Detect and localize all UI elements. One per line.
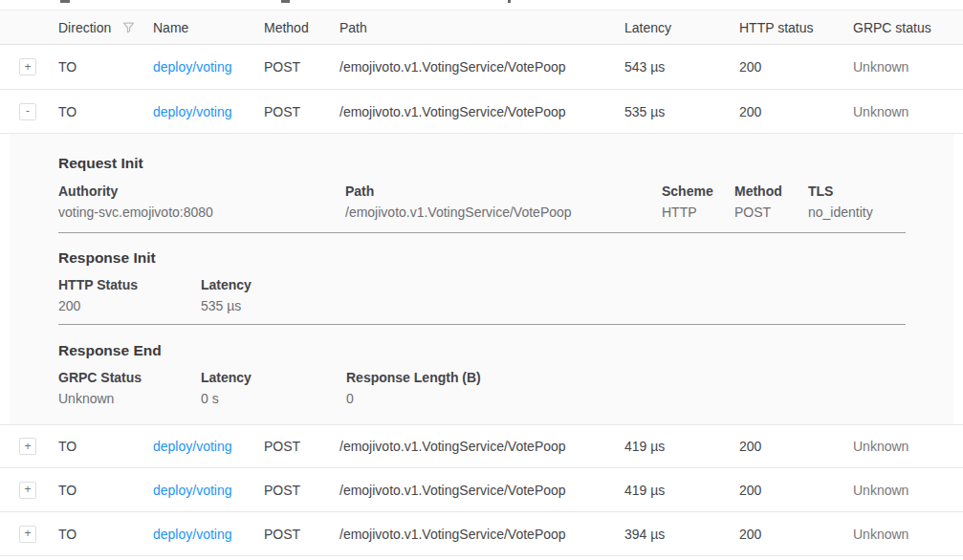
cell-method: POST <box>264 439 339 454</box>
collapse-row-button[interactable]: - <box>19 103 36 120</box>
detail-field-authority: Authority voting-svc.emojivoto:8080 <box>58 183 213 220</box>
cell-http-status: 200 <box>739 483 853 498</box>
cell-http-status: 200 <box>739 59 853 75</box>
cell-path: /emojivoto.v1.VotingService/VotePoop <box>339 527 624 542</box>
expand-row-button[interactable]: + <box>19 58 36 75</box>
field-value: 0 s <box>201 391 252 406</box>
detail-field-scheme: Scheme HTTP <box>662 183 713 220</box>
cell-direction: TO <box>58 527 153 542</box>
resource-link[interactable]: deploy/voting <box>153 439 232 454</box>
detail-field-latency: Latency 0 s <box>201 370 252 406</box>
detail-field-http-status: HTTP Status 200 <box>58 277 138 313</box>
detail-field-method: Method POST <box>734 183 782 220</box>
tap-event-detail-panel: Request Init Authority voting-svc.emojiv… <box>10 134 953 424</box>
table-row: + TO deploy/voting POST /emojivoto.v1.Vo… <box>0 512 963 556</box>
section-divider <box>58 324 906 325</box>
clipped-text-top <box>0 0 963 10</box>
resource-link[interactable]: deploy/voting <box>153 527 232 542</box>
resource-link[interactable]: deploy/voting <box>153 59 232 75</box>
cell-method: POST <box>264 483 339 498</box>
cell-method: POST <box>264 104 339 119</box>
field-label: Method <box>734 183 782 199</box>
section-title-response-end: Response End <box>58 342 162 359</box>
cell-latency: 394 µs <box>624 527 739 542</box>
field-value: voting-svc.emojivoto:8080 <box>58 205 213 220</box>
cell-grpc-status: Unknown <box>853 439 963 454</box>
cell-method: POST <box>264 59 339 75</box>
section-title-request-init: Request Init <box>58 155 143 172</box>
column-header-grpc-status: GRPC status <box>853 20 963 35</box>
table-row: + TO deploy/voting POST /emojivoto.v1.Vo… <box>0 45 963 90</box>
cell-grpc-status: Unknown <box>853 483 963 498</box>
field-label: GRPC Status <box>58 370 142 385</box>
detail-field-grpc-status: GRPC Status Unknown <box>58 370 142 406</box>
cell-http-status: 200 <box>739 439 853 454</box>
field-value: POST <box>734 205 782 220</box>
resource-link[interactable]: deploy/voting <box>153 483 232 498</box>
cell-direction: TO <box>58 483 153 498</box>
field-label: Path <box>345 183 572 199</box>
clipped-text-fragment <box>508 0 511 3</box>
clipped-text-fragment <box>60 0 70 3</box>
cell-grpc-status: Unknown <box>853 59 963 75</box>
column-header-http-status: HTTP status <box>739 20 853 35</box>
field-label: Scheme <box>662 183 713 199</box>
field-value: Unknown <box>58 391 142 406</box>
column-header-path: Path <box>339 20 624 35</box>
section-title-response-init: Response Init <box>58 249 156 267</box>
table-row-expanded: - TO deploy/voting POST /emojivoto.v1.Vo… <box>0 90 963 134</box>
table-header-row: Direction Name Method Path Latency HTTP … <box>0 10 963 45</box>
cell-latency: 535 µs <box>624 104 739 119</box>
field-value: 535 µs <box>201 298 252 313</box>
cell-direction: TO <box>58 104 153 119</box>
column-header-direction: Direction <box>58 20 153 35</box>
cell-path: /emojivoto.v1.VotingService/VotePoop <box>339 104 624 119</box>
detail-field-response-length: Response Length (B) 0 <box>346 370 481 406</box>
field-label: Authority <box>58 183 213 199</box>
tap-results-page: Direction Name Method Path Latency HTTP … <box>0 0 963 560</box>
section-divider <box>58 232 906 233</box>
field-value: 0 <box>346 391 481 406</box>
expand-row-button[interactable]: + <box>19 482 36 499</box>
cell-method: POST <box>264 527 339 542</box>
table-row: + TO deploy/voting POST /emojivoto.v1.Vo… <box>0 468 963 512</box>
field-value: no_identity <box>808 205 873 220</box>
field-value: /emojivoto.v1.VotingService/VotePoop <box>345 205 572 220</box>
field-label: TLS <box>808 183 873 199</box>
field-label: Latency <box>201 277 252 292</box>
resource-link[interactable]: deploy/voting <box>153 104 232 119</box>
expand-row-button[interactable]: + <box>19 438 36 455</box>
expand-row-button[interactable]: + <box>19 526 36 543</box>
column-header-method: Method <box>264 20 339 35</box>
detail-field-latency: Latency 535 µs <box>201 277 252 313</box>
detail-field-tls: TLS no_identity <box>808 183 873 220</box>
cell-grpc-status: Unknown <box>853 527 963 542</box>
field-label: Response Length (B) <box>346 370 481 385</box>
cell-grpc-status: Unknown <box>853 104 963 119</box>
clipped-text-fragment <box>281 0 290 3</box>
cell-latency: 419 µs <box>624 483 739 498</box>
column-header-name: Name <box>153 20 264 35</box>
field-label: Latency <box>201 370 252 385</box>
cell-http-status: 200 <box>739 527 853 542</box>
column-header-direction-label: Direction <box>58 20 111 35</box>
cell-latency: 543 µs <box>624 59 739 75</box>
cell-path: /emojivoto.v1.VotingService/VotePoop <box>339 483 624 498</box>
field-label: HTTP Status <box>58 277 138 292</box>
cell-http-status: 200 <box>739 104 853 119</box>
field-value: HTTP <box>662 205 713 220</box>
detail-field-path: Path /emojivoto.v1.VotingService/VotePoo… <box>345 183 572 220</box>
cell-path: /emojivoto.v1.VotingService/VotePoop <box>339 439 624 454</box>
cell-direction: TO <box>58 59 153 75</box>
field-value: 200 <box>58 298 138 313</box>
table-row: + TO deploy/voting POST /emojivoto.v1.Vo… <box>0 424 963 468</box>
filter-icon[interactable] <box>121 20 136 34</box>
cell-path: /emojivoto.v1.VotingService/VotePoop <box>339 59 624 75</box>
cell-direction: TO <box>58 439 153 454</box>
column-header-latency: Latency <box>624 20 739 35</box>
cell-latency: 419 µs <box>624 439 739 454</box>
